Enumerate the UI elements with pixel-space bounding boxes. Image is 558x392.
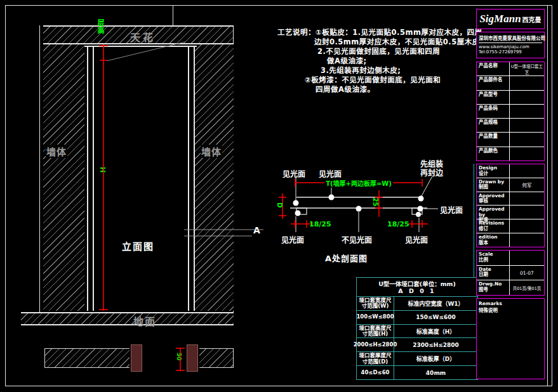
door-frame-right-inner: [188, 46, 189, 311]
plan-door-post-right: [187, 344, 198, 372]
note-line-1: 工艺说明：①板贴皮：1.见光面贴0.5mm厚对应木皮，四周: [277, 27, 482, 37]
field-value: [510, 164, 544, 178]
product-row: 产品名称 U型一体垭口套工艺: [477, 62, 544, 76]
section-right-label: 见光面: [440, 204, 463, 215]
product-row: 产品规格: [477, 119, 544, 133]
note-line-4: 做A级油漆;: [327, 55, 367, 65]
height-label: 层高: [95, 19, 105, 34]
note-line-3: 2.不见光面做封固底，见光面和四周: [317, 46, 440, 56]
product-info-box: 产品名称 U型一体垭口套工艺 产品部件名 产品型号 产品条码 产品规格 产品数量…: [476, 62, 545, 161]
field-value: [510, 133, 544, 146]
remarks-label-en: Remarks: [479, 301, 542, 306]
door-frame-right-outer: [194, 46, 195, 311]
field-label: 产品部件名: [477, 76, 510, 89]
wall-right: [195, 44, 234, 311]
floor-band: [21, 312, 234, 325]
field-label: 产品颜色: [477, 147, 510, 160]
table-cell: 垭口套宽度尺寸范围(W): [357, 297, 394, 310]
field-label: Drwg.No图号: [477, 280, 510, 295]
field-label: Approved by批准: [477, 206, 510, 219]
meta-box: Scale比例 Date日期 01-07 Drwg.No图号 共01页/第01页: [476, 250, 545, 296]
brand-logo-cn: 西克曼: [522, 15, 541, 24]
field-value: [510, 219, 544, 233]
spec-table-subtitle: A D 0 1: [398, 287, 435, 294]
table-row: 垭口套厚度尺寸范围(D) 标准板厚（D）: [357, 351, 477, 365]
wall-left-edge-line: [39, 25, 40, 325]
d-dim-label: D: [276, 202, 283, 207]
table-cell: 40≤D≤60: [357, 366, 394, 379]
t-dim-label: T(墙厚+两边板厚=W): [324, 178, 393, 188]
table-row: 垭口套宽度尺寸范围(W) 标准内空宽度（W1）: [357, 296, 477, 310]
ceiling-label: 天花: [130, 29, 156, 44]
field-label: 产品规格: [477, 119, 510, 132]
floor-label: 地面: [133, 313, 156, 329]
product-row: 产品颜色: [477, 147, 544, 160]
field-label: 产品型号: [477, 91, 510, 104]
assemble-label-2: 再封边: [420, 167, 443, 178]
meta-row: Date日期 01-07: [477, 266, 544, 281]
design-row: Drawn by制图 何军: [477, 178, 544, 192]
field-label: Design设计: [477, 164, 510, 178]
meta-row: Drwg.No图号 共01页/第01页: [477, 280, 544, 295]
product-row: 产品型号: [477, 91, 544, 105]
table-cell: 标准内空宽度（W1）: [394, 297, 477, 310]
design-row: Approved审核: [477, 192, 544, 206]
field-label: 产品名称: [477, 62, 510, 75]
door-opening-top-line: [84, 46, 197, 47]
table-cell: 40mm: [394, 366, 477, 379]
table-cell: 150≤W≤600: [394, 311, 477, 324]
plan-dim-label: 50: [176, 353, 182, 361]
meta-row: Scale比例: [477, 251, 544, 266]
wall-right-label: 墙体: [201, 145, 222, 158]
product-row: 产品条码: [477, 105, 544, 119]
field-value: [510, 147, 544, 160]
table-cell: 标准高度（H）: [394, 325, 477, 338]
field-value: [510, 206, 544, 219]
table-row: 40≤D≤60 40mm: [357, 365, 477, 379]
thickness-dim-label: 25: [372, 198, 379, 207]
height-dim-label: H: [98, 167, 107, 173]
field-value: U型一体垭口套工艺: [510, 62, 544, 75]
section-caption: A处剖面图: [325, 252, 368, 264]
plan-wall-left: [44, 348, 130, 368]
field-label: Approved审核: [477, 192, 510, 206]
wall-left: [43, 44, 84, 311]
table-row: 100≤W≤800 150≤W≤600: [357, 310, 477, 324]
section-marker-a: A: [253, 225, 260, 235]
field-value: [510, 105, 544, 118]
table-cell: 标准板厚（D）: [394, 352, 477, 365]
product-row: 产品部件名: [477, 76, 544, 90]
divider: [479, 42, 542, 43]
table-row: 2000≤H≤2800 2300≤H≤2800: [357, 337, 477, 351]
design-row: Design设计: [477, 164, 544, 178]
section-bottom-mid-label: 不见光面: [342, 234, 372, 245]
table-cell: 垭口套高度尺寸范围(H): [357, 325, 394, 338]
table-cell: 2300≤H≤2800: [394, 338, 477, 351]
note-line-5: 3.先组装再封边侧木皮;: [321, 65, 401, 75]
field-value: [510, 233, 544, 247]
field-value: [510, 91, 544, 104]
design-row: edition版本: [477, 233, 544, 247]
field-value: [510, 119, 544, 132]
field-value: [510, 192, 544, 206]
field-label: 产品条码: [477, 105, 510, 118]
table-cell: 垭口套厚度尺寸范围(D): [357, 352, 394, 365]
product-row: 产品数量: [477, 133, 544, 147]
design-row: Approved by批准: [477, 206, 544, 219]
door-frame-left-inner: [93, 46, 94, 311]
spec-table-title: U型一体垭口套(单位：mm): [378, 280, 456, 287]
section-bottom-left-label: 见光面: [281, 234, 304, 245]
field-value: [510, 251, 544, 265]
field-value: 共01页/第01页: [510, 280, 544, 295]
section-top-label-1: 见光面: [282, 168, 305, 179]
field-label: Date日期: [477, 266, 510, 280]
field-value: 01-07: [510, 266, 544, 280]
field-label: 产品数量: [477, 133, 510, 146]
section-bottom-right-label: 见光面: [405, 234, 428, 245]
field-value: 何军: [510, 178, 544, 192]
sidebar-frame-line: [547, 5, 548, 386]
field-label: Revisions修订: [477, 219, 510, 233]
field-value: [510, 76, 544, 89]
edge-dim-right-label: 18/25: [387, 220, 409, 228]
plan-wall-right: [199, 348, 234, 368]
